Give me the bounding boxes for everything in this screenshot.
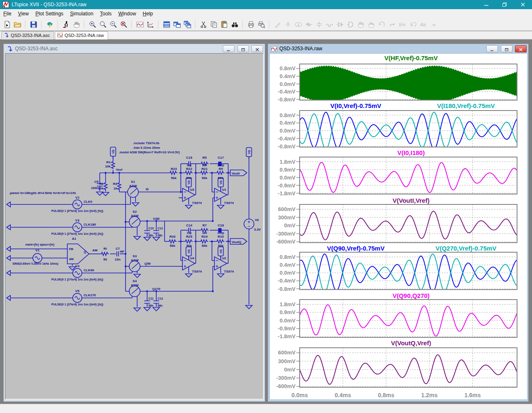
- svg-text:VoutQ: VoutQ: [232, 240, 241, 244]
- svg-text:S1: S1: [131, 180, 135, 184]
- svg-text:PULSE(0 1 {1*ts/4} 1ns 1ns {ts: PULSE(0 1 {1*ts/4} 1ns 1ns {ts/4} {ts}): [52, 278, 103, 281]
- drag-tool-button: [366, 20, 376, 30]
- svg-text:R7: R7: [202, 224, 207, 227]
- schematic-restore-button[interactable]: [237, 45, 249, 52]
- menu-item-help[interactable]: Help: [139, 9, 156, 18]
- save-button[interactable]: [29, 20, 39, 30]
- svg-text:56n: 56n: [158, 234, 163, 237]
- svg-text:SINE(0.65mV 0.35mV 1kHz 10ms): SINE(0.65mV 0.35mV 1kHz 10ms): [12, 262, 58, 266]
- menu-item-plot-settings[interactable]: Plot Settings: [32, 9, 66, 18]
- schematic-canvas[interactable]: VoutIVoutQVDVDVDVDVDVD.include TS974.lib…: [5, 53, 264, 399]
- svg-text:V(Q90,Vref)-0.75mV: V(Q90,Vref)-0.75mV: [327, 245, 384, 252]
- zoom-pan-button[interactable]: [98, 20, 108, 30]
- restore-button[interactable]: [495, 0, 514, 9]
- svg-text:3.3V: 3.3V: [254, 228, 261, 231]
- find-button[interactable]: [230, 20, 240, 30]
- svg-text:R2: R2: [99, 182, 104, 186]
- svg-text:V6: V6: [255, 218, 259, 222]
- waveform-plot-area[interactable]: V(HF,Vref)-0.75mV0.8mV0.4mV0.0mV-0.4mV-0…: [269, 53, 527, 399]
- plot-settings-button[interactable]: [135, 20, 145, 30]
- svg-text:E: E: [411, 22, 414, 27]
- schematic-window-titlebar[interactable]: QSD-3253-INA.asc: [5, 44, 264, 53]
- waveform-close-button[interactable]: [515, 45, 527, 52]
- menu-item-simulation[interactable]: Simulation: [67, 9, 97, 18]
- svg-text:VD: VD: [187, 180, 190, 184]
- waveform-restore-button[interactable]: [501, 45, 512, 52]
- minimize-button[interactable]: [477, 0, 495, 9]
- tab-qsd-3253-ina.asc[interactable]: QSD-3253-INA.asc: [1, 31, 54, 39]
- resistor-tool-button: [304, 20, 314, 30]
- new-schematic-button[interactable]: [2, 20, 12, 30]
- svg-text:0.4mV: 0.4mV: [280, 120, 296, 126]
- menu-item-tools[interactable]: Tools: [97, 9, 115, 18]
- toolbar-separator: [195, 20, 198, 29]
- svg-text:C13: C13: [158, 297, 163, 300]
- menu-item-window[interactable]: Window: [115, 9, 140, 18]
- zoom-in-button[interactable]: [88, 20, 98, 30]
- svg-text:R22: R22: [186, 167, 192, 171]
- svg-text:Q90: Q90: [144, 262, 151, 266]
- waveform-minimize-button[interactable]: [486, 45, 498, 52]
- svg-text:VD: VD: [248, 150, 251, 154]
- svg-text:R3: R3: [113, 182, 118, 186]
- zoom-out-button[interactable]: [108, 20, 118, 30]
- svg-text:FM: FM: [69, 248, 73, 251]
- svg-text:.include TS974.lib: .include TS974.lib: [133, 141, 160, 145]
- tab-bar: QSD-3253-INA.ascQSD-3253-INA.raw: [0, 31, 532, 39]
- svg-text:R10: R10: [218, 235, 224, 238]
- move-tool-button: [356, 20, 366, 30]
- svg-text:CLK0: CLK0: [84, 200, 92, 204]
- menu-item-file[interactable]: File: [0, 9, 15, 18]
- svg-text:56k: 56k: [186, 176, 192, 180]
- svg-text:A: A: [297, 23, 300, 27]
- svg-text:R21: R21: [202, 167, 208, 171]
- window-title: LTspice XVII - QSD-3253-INA.raw: [12, 0, 86, 9]
- close-button[interactable]: [514, 0, 532, 9]
- svg-text:Em: Em: [399, 22, 406, 27]
- svg-text:0.8mV: 0.8mV: [280, 65, 296, 71]
- svg-text:V(Q270,Vref)-0.75mV: V(Q270,Vref)-0.75mV: [436, 245, 497, 252]
- print-preview-button[interactable]: [256, 20, 266, 30]
- svg-text:VD: VD: [219, 180, 222, 184]
- svg-text:A1: A1: [72, 237, 76, 241]
- autorange-y-axis-button[interactable]: [145, 20, 155, 30]
- svg-text:-600mV: -600mV: [276, 238, 296, 245]
- schematic-close-button[interactable]: [251, 45, 263, 52]
- menu-item-view[interactable]: View: [15, 9, 32, 18]
- svg-text:I180: I180: [153, 217, 160, 221]
- copy-button[interactable]: [209, 20, 219, 30]
- plot-pane-1: V(HF,Vref)-0.75mV0.8mV0.4mV0.0mV-0.4mV-0…: [278, 54, 517, 103]
- cascade-windows-button[interactable]: [182, 20, 192, 30]
- svg-text:10µ: 10µ: [187, 231, 192, 235]
- svg-text:V(I0,Vref)-0.75mV: V(I0,Vref)-0.75mV: [330, 102, 382, 109]
- svg-text:1.6ms: 1.6ms: [464, 392, 481, 398]
- run-simulation-button[interactable]: [45, 20, 55, 30]
- svg-text:.param fe=1MegHz df=4.5kHz fs=: .param fe=1MegHz df=4.5kHz fs=fe+df ts=1…: [9, 191, 76, 195]
- svg-text:C18: C18: [218, 224, 224, 227]
- schematic-minimize-button[interactable]: [223, 45, 234, 52]
- halt-simulation-button[interactable]: [61, 20, 71, 30]
- svg-text:-300mV: -300mV: [276, 231, 296, 237]
- inductor-tool-button: [325, 20, 335, 30]
- svg-text:V(VoutI,Vref): V(VoutI,Vref): [393, 197, 430, 204]
- tab-qsd-3253-ina.raw[interactable]: QSD-3253-INA.raw: [55, 31, 108, 39]
- svg-text:TS974: TS974: [192, 201, 202, 205]
- waveform-window-titlebar[interactable]: QSD-3253-INA.raw: [269, 44, 527, 53]
- paste-button[interactable]: [219, 20, 229, 30]
- cut-button[interactable]: [199, 20, 209, 30]
- svg-text:CLK270: CLK270: [84, 293, 96, 297]
- svg-text:-0.8mV: -0.8mV: [278, 143, 296, 150]
- toolbar-separator: [242, 20, 246, 29]
- print-button[interactable]: [246, 20, 256, 30]
- svg-text:R23: R23: [171, 167, 177, 171]
- svg-text:ASW: ASW: [129, 184, 137, 188]
- tile-vertically-button[interactable]: [172, 20, 182, 30]
- svg-text:56n: 56n: [148, 304, 153, 307]
- tile-horizontally-button[interactable]: [162, 20, 172, 30]
- pause-simulation-button[interactable]: [71, 20, 81, 30]
- svg-text:10n: 10n: [115, 258, 121, 261]
- zoom-full-extents-button[interactable]: [119, 20, 129, 30]
- svg-text:C17: C17: [218, 156, 224, 160]
- svg-text:1.8mV: 1.8mV: [280, 159, 296, 165]
- open-file-button[interactable]: [12, 20, 22, 30]
